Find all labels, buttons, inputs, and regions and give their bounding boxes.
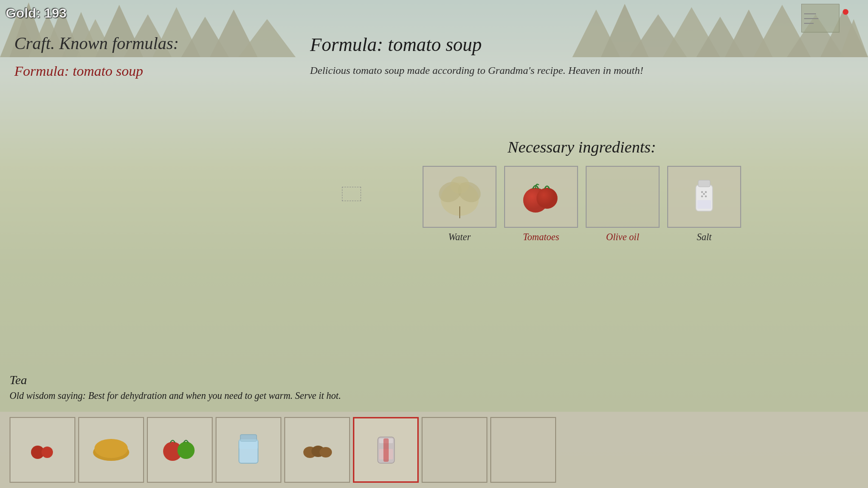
bottom-item-name: Tea [10,373,858,387]
formula-detail-desc: Delicious tomato soup made according to … [310,62,644,78]
svg-point-47 [94,439,128,458]
panel-title: Craft. Known formulas: [14,33,253,53]
minimap [801,4,839,32]
formula-item-tomato-soup[interactable]: Formula: tomato soup [14,61,253,81]
svg-point-41 [703,193,705,195]
svg-rect-36 [698,180,710,187]
hotbar-slot-1[interactable] [78,417,144,483]
hotbar-slot-0[interactable] [10,417,75,483]
ingredient-water: Water [423,166,496,243]
svg-rect-53 [239,439,258,449]
svg-point-37 [701,191,703,193]
ingredient-label-olive-oil: Olive oil [606,232,639,243]
hotbar-slot-2[interactable] [147,417,213,483]
minimap-dot [843,9,848,15]
ingredient-box-water [423,166,496,228]
svg-point-56 [320,447,332,458]
hotbar-slot-5[interactable] [353,417,419,483]
svg-point-39 [701,195,703,197]
ingredient-salt: Salt [667,166,741,243]
bottom-item-desc: Old wisdom saying: Best for dehydration … [10,390,858,401]
ingredient-tomatoes: Tomatoes [504,166,578,243]
ingredients-section: Necessary ingredients: Water [310,138,854,243]
hotbar-slot-6[interactable] [422,417,487,483]
ingredient-box-tomatoes [504,166,578,228]
ingredient-label-water: Water [448,232,471,243]
bottom-info: Tea Old wisdom saying: Best for dehydrat… [0,367,868,407]
svg-point-38 [705,191,707,193]
svg-point-40 [705,195,707,197]
svg-point-50 [177,442,195,459]
ingredient-box-olive-oil [586,166,660,228]
right-panel: Formula: tomato soup Delicious tomato so… [310,33,854,78]
svg-point-34 [537,188,558,209]
ingredient-label-salt: Salt [697,232,712,243]
left-panel: Craft. Known formulas: Formula: tomato s… [14,33,253,81]
selection-box [342,187,361,201]
hotbar-slot-7[interactable] [490,417,556,483]
svg-rect-60 [383,438,389,462]
ingredient-label-tomatoes: Tomatoes [523,232,559,243]
ingredient-olive-oil: Olive oil [586,166,660,243]
svg-point-44 [41,447,53,458]
hotbar [0,412,868,488]
ingredient-box-salt [667,166,741,228]
gold-display: Gold: 193 [6,6,67,21]
svg-rect-42 [697,200,711,209]
ingredients-grid: Water [310,166,854,243]
formula-detail-title: Formula: tomato soup [310,33,854,56]
hotbar-slot-4[interactable] [284,417,350,483]
ingredients-title: Necessary ingredients: [310,138,854,156]
hotbar-slot-3[interactable] [216,417,281,483]
